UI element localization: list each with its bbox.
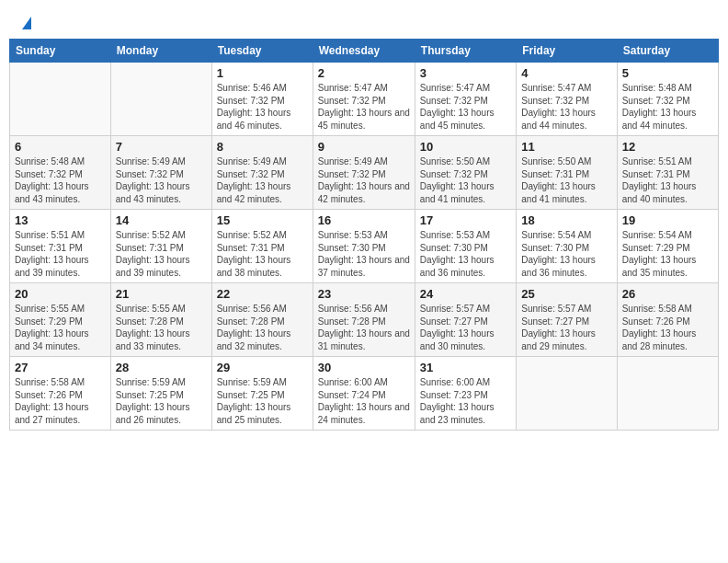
day-info: Sunrise: 5:48 AMSunset: 7:32 PMDaylight:… — [622, 82, 713, 132]
calendar-cell: 18Sunrise: 5:54 AMSunset: 7:30 PMDayligh… — [517, 210, 617, 283]
day-number: 13 — [15, 213, 106, 227]
day-info: Sunrise: 6:00 AMSunset: 7:24 PMDaylight:… — [318, 376, 410, 426]
calendar-cell: 27Sunrise: 5:58 AMSunset: 7:26 PMDayligh… — [10, 357, 111, 431]
day-info: Sunrise: 5:58 AMSunset: 7:26 PMDaylight:… — [622, 303, 713, 352]
day-number: 10 — [420, 140, 511, 154]
day-number: 4 — [521, 66, 611, 80]
day-info: Sunrise: 5:49 AMSunset: 7:32 PMDaylight:… — [217, 155, 308, 205]
calendar-cell — [617, 357, 718, 431]
day-info: Sunrise: 5:51 AMSunset: 7:31 PMDaylight:… — [15, 229, 106, 279]
calendar-week-row: 6Sunrise: 5:48 AMSunset: 7:32 PMDaylight… — [10, 136, 719, 210]
day-number: 12 — [622, 140, 713, 154]
calendar-cell — [517, 357, 617, 431]
calendar-header-tuesday: Tuesday — [211, 40, 313, 63]
day-info: Sunrise: 5:55 AMSunset: 7:28 PMDaylight:… — [116, 303, 207, 352]
calendar-cell: 8Sunrise: 5:49 AMSunset: 7:32 PMDaylight… — [211, 136, 313, 210]
calendar-cell: 15Sunrise: 5:52 AMSunset: 7:31 PMDayligh… — [211, 210, 313, 283]
day-info: Sunrise: 5:47 AMSunset: 7:32 PMDaylight:… — [420, 82, 511, 132]
day-info: Sunrise: 5:51 AMSunset: 7:31 PMDaylight:… — [622, 155, 713, 205]
calendar-week-row: 1Sunrise: 5:46 AMSunset: 7:32 PMDaylight… — [10, 63, 719, 136]
calendar-cell: 16Sunrise: 5:53 AMSunset: 7:30 PMDayligh… — [313, 210, 415, 283]
day-info: Sunrise: 5:57 AMSunset: 7:27 PMDaylight:… — [521, 303, 611, 352]
day-number: 6 — [15, 140, 106, 154]
calendar-cell: 5Sunrise: 5:48 AMSunset: 7:32 PMDaylight… — [617, 63, 718, 136]
page-header — [9, 9, 719, 35]
day-number: 28 — [116, 361, 207, 374]
calendar-cell: 3Sunrise: 5:47 AMSunset: 7:32 PMDaylight… — [415, 63, 516, 136]
day-number: 16 — [318, 213, 410, 227]
day-number: 9 — [318, 140, 410, 154]
day-number: 27 — [15, 361, 106, 374]
day-info: Sunrise: 5:49 AMSunset: 7:32 PMDaylight:… — [116, 155, 207, 205]
day-number: 7 — [116, 140, 207, 154]
day-info: Sunrise: 5:59 AMSunset: 7:25 PMDaylight:… — [116, 376, 207, 426]
day-number: 22 — [217, 287, 308, 301]
day-info: Sunrise: 5:52 AMSunset: 7:31 PMDaylight:… — [217, 229, 308, 279]
calendar-week-row: 27Sunrise: 5:58 AMSunset: 7:26 PMDayligh… — [10, 357, 719, 431]
day-info: Sunrise: 5:54 AMSunset: 7:30 PMDaylight:… — [521, 229, 611, 279]
calendar-cell: 14Sunrise: 5:52 AMSunset: 7:31 PMDayligh… — [110, 210, 211, 283]
day-info: Sunrise: 5:47 AMSunset: 7:32 PMDaylight:… — [521, 82, 611, 132]
calendar-header-monday: Monday — [110, 40, 211, 63]
day-info: Sunrise: 5:59 AMSunset: 7:25 PMDaylight:… — [217, 376, 308, 426]
day-number: 19 — [622, 213, 713, 227]
logo — [18, 17, 31, 29]
calendar-week-row: 13Sunrise: 5:51 AMSunset: 7:31 PMDayligh… — [10, 210, 719, 283]
day-number: 24 — [420, 287, 511, 301]
calendar-cell: 26Sunrise: 5:58 AMSunset: 7:26 PMDayligh… — [617, 283, 718, 357]
calendar-cell: 10Sunrise: 5:50 AMSunset: 7:32 PMDayligh… — [415, 136, 516, 210]
day-number: 3 — [420, 66, 511, 80]
day-info: Sunrise: 5:47 AMSunset: 7:32 PMDaylight:… — [318, 82, 410, 132]
day-number: 2 — [318, 66, 410, 80]
day-info: Sunrise: 5:58 AMSunset: 7:26 PMDaylight:… — [15, 376, 106, 426]
calendar-cell: 19Sunrise: 5:54 AMSunset: 7:29 PMDayligh… — [617, 210, 718, 283]
day-info: Sunrise: 5:56 AMSunset: 7:28 PMDaylight:… — [217, 303, 308, 352]
day-info: Sunrise: 6:00 AMSunset: 7:23 PMDaylight:… — [420, 376, 511, 426]
calendar-cell: 21Sunrise: 5:55 AMSunset: 7:28 PMDayligh… — [110, 283, 211, 357]
day-info: Sunrise: 5:53 AMSunset: 7:30 PMDaylight:… — [420, 229, 511, 279]
calendar-cell — [10, 63, 111, 136]
calendar-cell: 24Sunrise: 5:57 AMSunset: 7:27 PMDayligh… — [415, 283, 516, 357]
day-number: 26 — [622, 287, 713, 301]
calendar-cell — [110, 63, 211, 136]
calendar-header-thursday: Thursday — [415, 40, 516, 63]
calendar-cell: 31Sunrise: 6:00 AMSunset: 7:23 PMDayligh… — [415, 357, 516, 431]
day-info: Sunrise: 5:57 AMSunset: 7:27 PMDaylight:… — [420, 303, 511, 352]
calendar-cell: 2Sunrise: 5:47 AMSunset: 7:32 PMDaylight… — [313, 63, 415, 136]
day-info: Sunrise: 5:55 AMSunset: 7:29 PMDaylight:… — [15, 303, 106, 352]
calendar-cell: 29Sunrise: 5:59 AMSunset: 7:25 PMDayligh… — [211, 357, 313, 431]
calendar-cell: 20Sunrise: 5:55 AMSunset: 7:29 PMDayligh… — [10, 283, 111, 357]
day-number: 23 — [318, 287, 410, 301]
day-number: 14 — [116, 213, 207, 227]
day-number: 18 — [521, 213, 611, 227]
day-info: Sunrise: 5:53 AMSunset: 7:30 PMDaylight:… — [318, 229, 410, 279]
calendar-header-saturday: Saturday — [617, 40, 718, 63]
calendar-cell: 25Sunrise: 5:57 AMSunset: 7:27 PMDayligh… — [517, 283, 617, 357]
day-number: 5 — [622, 66, 713, 80]
logo-triangle-icon — [22, 17, 31, 29]
day-number: 1 — [217, 66, 308, 80]
day-info: Sunrise: 5:56 AMSunset: 7:28 PMDaylight:… — [318, 303, 410, 352]
calendar-cell: 23Sunrise: 5:56 AMSunset: 7:28 PMDayligh… — [313, 283, 415, 357]
day-number: 30 — [318, 361, 410, 374]
calendar-cell: 22Sunrise: 5:56 AMSunset: 7:28 PMDayligh… — [211, 283, 313, 357]
calendar-cell: 30Sunrise: 6:00 AMSunset: 7:24 PMDayligh… — [313, 357, 415, 431]
calendar-table: SundayMondayTuesdayWednesdayThursdayFrid… — [9, 39, 719, 431]
calendar-cell: 28Sunrise: 5:59 AMSunset: 7:25 PMDayligh… — [110, 357, 211, 431]
day-number: 25 — [521, 287, 611, 301]
day-info: Sunrise: 5:49 AMSunset: 7:32 PMDaylight:… — [318, 155, 410, 205]
calendar-header-wednesday: Wednesday — [313, 40, 415, 63]
day-number: 29 — [217, 361, 308, 374]
day-number: 8 — [217, 140, 308, 154]
calendar-header-row: SundayMondayTuesdayWednesdayThursdayFrid… — [10, 40, 719, 63]
calendar-week-row: 20Sunrise: 5:55 AMSunset: 7:29 PMDayligh… — [10, 283, 719, 357]
day-number: 20 — [15, 287, 106, 301]
day-number: 21 — [116, 287, 207, 301]
calendar-cell: 4Sunrise: 5:47 AMSunset: 7:32 PMDaylight… — [517, 63, 617, 136]
day-info: Sunrise: 5:50 AMSunset: 7:31 PMDaylight:… — [521, 155, 611, 205]
day-number: 11 — [521, 140, 611, 154]
day-info: Sunrise: 5:54 AMSunset: 7:29 PMDaylight:… — [622, 229, 713, 279]
day-number: 31 — [420, 361, 511, 374]
calendar-cell: 6Sunrise: 5:48 AMSunset: 7:32 PMDaylight… — [10, 136, 111, 210]
calendar-cell: 11Sunrise: 5:50 AMSunset: 7:31 PMDayligh… — [517, 136, 617, 210]
